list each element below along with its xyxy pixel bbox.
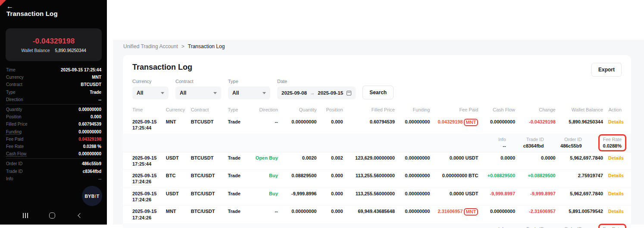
col-currency: Currency <box>163 104 188 116</box>
cell-quantity: 0.0020 <box>281 152 319 170</box>
trade-id-stack: Trade IDc8364fbd <box>522 137 544 148</box>
cell-action: Details <box>606 188 631 206</box>
col-time: Time <box>123 104 163 116</box>
arrow-right-icon: → <box>310 90 315 96</box>
detail-row-quantity: Quantity0.00000000 <box>6 106 101 113</box>
cell-currency: BTC <box>163 170 188 188</box>
col-type: Type <box>225 104 249 116</box>
cell-position: 0.000 <box>319 170 345 188</box>
cell-direction: -- <box>249 206 280 223</box>
details-link[interactable]: Details <box>608 173 624 178</box>
cell-fee-paid: 0.04329198MNT <box>432 116 481 134</box>
breadcrumb-parent-link[interactable]: Unified Trading Account <box>123 43 178 49</box>
col-direction: Direction <box>249 104 280 116</box>
contract-filter-dropdown[interactable]: All <box>175 86 221 99</box>
cell-quantity: 0.00000000 <box>281 206 319 223</box>
col-change: Change <box>518 104 558 116</box>
col-action: Action <box>606 104 631 116</box>
expanded-detail-row: Info-- Trade ID48179327 Order ID48542208… <box>123 223 631 228</box>
transaction-table: Time Currency Contract Type Direction Qu… <box>123 104 631 228</box>
col-quantity: Quantity <box>281 104 319 116</box>
cell-time: 2025-09-1517:25:44 <box>123 116 163 134</box>
currency-filter-label: Currency <box>132 79 169 84</box>
search-button[interactable]: Search <box>363 86 394 99</box>
cell-filled-price: 69,949.43685648 <box>346 206 397 223</box>
transaction-log-card: Transaction Log Export Currency All Cont… <box>123 55 631 228</box>
date-range-picker[interactable]: 2025-09-08 → 2025-09-15 <box>277 86 356 99</box>
cell-type: Trade <box>225 188 249 206</box>
cell-time: 2025-09-1517:24:26 <box>123 170 163 188</box>
details-link[interactable]: Details <box>608 155 624 160</box>
cell-position: 0.000 <box>319 206 345 223</box>
cell-change: -9,999.8997 <box>518 188 558 206</box>
cell-change: -2.31606957 <box>518 206 558 223</box>
annotation-box-fee-rate-2: Fee Rate0.0375% <box>598 224 626 228</box>
recording-indicator <box>0 0 6 6</box>
date-end: 2025-09-15 <box>318 90 343 96</box>
cell-wallet-balance: 5,891.00579542 <box>558 206 606 223</box>
detail-row-info: Info-- <box>6 175 101 182</box>
breadcrumb-current: Transaction Log <box>188 43 225 49</box>
cell-fee-paid: 2.31606957MNT <box>432 206 481 223</box>
export-button[interactable]: Export <box>591 63 622 77</box>
cell-wallet-balance: 2.75919747 <box>558 170 606 188</box>
table-row: 2025-09-1517:25:44 USDT BTCUSDT Trade Op… <box>123 152 631 170</box>
col-cash-flow: Cash Flow <box>481 104 518 116</box>
expanded-detail-row: Info-- Trade IDc8364fbd Order ID486c55b9… <box>123 134 631 152</box>
cell-cash-flow: 0.0000 <box>481 152 518 170</box>
cell-time: 2025-09-1517:24:26 <box>123 188 163 206</box>
col-fee-paid: Fee Paid <box>432 104 481 116</box>
cell-quantity: 0.08829500 <box>281 170 319 188</box>
cell-action: Details <box>606 116 631 134</box>
cell-position: 0.000 <box>319 116 345 134</box>
detail-row-currency: CurrencyMNT <box>6 74 101 81</box>
col-funding: Funding <box>397 104 433 116</box>
cell-type: Trade <box>225 152 249 170</box>
bybit-logo: BYBIT <box>82 186 102 206</box>
cell-direction: Buy <box>249 188 280 206</box>
cell-funding: 0.00000000 <box>397 206 433 223</box>
nav-back-icon[interactable] <box>78 213 82 218</box>
table-row: 2025-09-1517:24:26 USDT BTC/USDT Trade B… <box>123 188 631 206</box>
details-link[interactable]: Details <box>608 209 624 214</box>
annotation-box-fee-rate-1: Fee Rate0.0288% <box>598 134 626 151</box>
col-wallet-balance: Wallet Balance <box>558 104 606 116</box>
detail-list: Time2025-09-15 17:25:44 CurrencyMNT Cont… <box>6 66 101 182</box>
detail-row-type: TypeTrade <box>6 89 101 96</box>
currency-filter-dropdown[interactable]: All <box>132 86 169 99</box>
divider <box>6 158 101 159</box>
filter-bar: Currency All Contract All Type <box>123 79 631 99</box>
cell-currency: MNT <box>163 206 188 223</box>
cell-currency: USDT <box>163 152 188 170</box>
divider <box>6 104 101 105</box>
annotation-box-mnt-2: MNT <box>464 208 478 216</box>
table-row: 2025-09-1517:24:26 BTC BTC/USDT Trade Bu… <box>123 170 631 188</box>
trade-id-stack: Trade ID48179327 <box>522 226 544 228</box>
details-link[interactable]: Details <box>608 119 624 124</box>
wallet-balance-label: Wallet Balance <box>21 48 50 53</box>
detail-row-fee-rate: Fee Rate0.0288 % <box>6 143 101 150</box>
cell-change: 0.0000 <box>518 152 558 170</box>
back-icon[interactable]: ← <box>6 3 13 10</box>
page-title: Transaction Log <box>123 63 631 72</box>
cell-quantity: 0.00000000 <box>281 116 319 134</box>
recents-icon[interactable] <box>25 213 26 218</box>
detail-row-position: Position0.000 <box>6 113 101 120</box>
web-content: Unified Trading Account > Transaction Lo… <box>113 40 644 225</box>
cell-fee-paid: 0.0000 USDT <box>432 152 481 170</box>
cell-filled-price: 113,255.56000000 <box>346 188 397 206</box>
cell-fee-paid: 0.00000000 BTC <box>432 170 481 188</box>
cell-cash-flow: 0.00000000 <box>481 206 518 223</box>
home-icon[interactable] <box>49 213 55 219</box>
cell-funding: 0.00000000 <box>397 188 433 206</box>
cell-funding: 0.00000000 <box>397 152 433 170</box>
cell-action: Details <box>606 206 631 223</box>
cell-time: 2025-09-1517:24:26 <box>123 206 163 223</box>
cell-direction: Buy <box>249 170 280 188</box>
order-id-stack: Order ID48542208 <box>560 226 582 228</box>
cell-filled-price: 123,629.00000000 <box>346 152 397 170</box>
type-filter-dropdown[interactable]: All <box>228 86 270 99</box>
detail-row-contract: ContractBTCUSDT <box>6 81 101 88</box>
details-link[interactable]: Details <box>608 191 624 196</box>
cell-currency: MNT <box>163 116 188 134</box>
